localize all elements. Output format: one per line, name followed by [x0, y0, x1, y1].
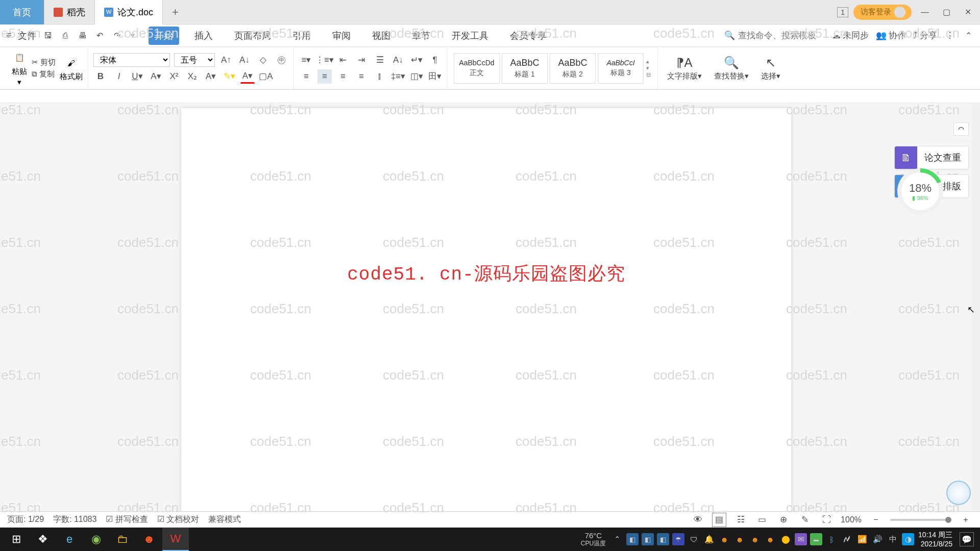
hamburger-icon[interactable]: ≡ [6, 30, 12, 41]
search-input[interactable] [738, 31, 825, 41]
collapse-panel-icon[interactable]: ◠ [953, 122, 969, 136]
styles-gallery[interactable]: AaBbCcDd正文 AaBbC标题 1 AaBbC标题 2 AaBbCcI标题… [453, 53, 652, 84]
grow-font-icon[interactable]: A↑ [219, 53, 233, 67]
word-count[interactable]: 字数: 11083 [53, 514, 96, 525]
ime-indicator[interactable]: 中 [887, 533, 899, 545]
print-layout-icon[interactable]: ▤ [712, 513, 726, 527]
eye-icon[interactable]: 👁 [691, 513, 705, 527]
zoom-out-icon[interactable]: − [869, 513, 883, 527]
char-border-icon[interactable]: ▢A [259, 69, 273, 84]
wifi-icon[interactable]: 📶 [856, 533, 868, 545]
tray-face-3[interactable]: ☻ [749, 533, 761, 545]
print-preview-icon[interactable]: 🖶 [77, 30, 88, 41]
bullets-icon[interactable]: ≡▾ [299, 53, 313, 67]
superscript-icon[interactable]: X² [167, 69, 181, 84]
more-icon[interactable]: ⋮ [944, 30, 955, 41]
align-center-icon[interactable]: ≡ [317, 69, 332, 84]
close-button[interactable]: ✕ [960, 4, 976, 20]
phonetic-icon[interactable]: ㊥ [274, 53, 288, 67]
line-break-icon[interactable]: ↵▾ [409, 53, 424, 67]
share-button[interactable]: ⤴分享 [913, 30, 937, 41]
align-right-icon[interactable]: ≡ [336, 69, 350, 84]
tray-face-4[interactable]: ☻ [764, 533, 776, 545]
bold-icon[interactable]: B [93, 69, 108, 84]
spellcheck-toggle[interactable]: ☑ 拼写检查 [106, 514, 148, 525]
document-page[interactable]: code51. cn-源码乐园盗图必究 [181, 108, 791, 511]
underline-icon[interactable]: U▾ [130, 69, 144, 84]
asian-layout-icon[interactable]: ☰ [373, 53, 387, 67]
styles-more-icon[interactable]: ⊟ [646, 71, 651, 78]
style-h2[interactable]: AaBbC标题 2 [550, 53, 596, 84]
italic-icon[interactable]: I [112, 69, 126, 84]
tray-face-2[interactable]: ☻ [733, 533, 746, 545]
tray-icon-4[interactable]: ☂ [672, 533, 684, 545]
fit-icon[interactable]: ⛶ [819, 513, 834, 527]
maximize-button[interactable]: ▢ [938, 4, 954, 20]
decrease-indent-icon[interactable]: ⇤ [336, 53, 350, 67]
clock[interactable]: 10:14 周三 2021/8/25 [914, 530, 957, 548]
zoom-in-icon[interactable]: + [959, 513, 973, 527]
highlight-icon[interactable]: ✎▾ [222, 69, 236, 84]
numbering-icon[interactable]: ⋮≡▾ [317, 53, 332, 67]
command-search[interactable]: 🔍 [724, 30, 825, 41]
menu-references[interactable]: 引用 [286, 27, 317, 45]
style-body[interactable]: AaBbCcDd正文 [454, 53, 500, 84]
menu-start[interactable]: 开始 [149, 27, 179, 45]
tray-icon-3[interactable]: ◧ [657, 533, 669, 545]
ruler[interactable] [0, 90, 980, 103]
print-quick-icon[interactable]: ⎙ [60, 30, 71, 41]
shrink-font-icon[interactable]: A↓ [237, 53, 252, 67]
tray-bell-icon[interactable]: 🔔 [703, 533, 715, 545]
tray-chat-icon[interactable]: ⬤ [779, 533, 792, 545]
plagiarism-check-button[interactable]: 🗎 论文查重 [894, 146, 969, 169]
tray-mail-icon[interactable]: ✉ [795, 533, 807, 545]
menu-page-layout[interactable]: 页面布局 [228, 27, 277, 45]
format-painter-icon[interactable]: 🖌 [63, 55, 80, 71]
tray-face-1[interactable]: ☻ [718, 533, 730, 545]
text-layout-button[interactable]: ⁋A文字排版▾ [663, 56, 706, 81]
login-button[interactable]: 访客登录 [853, 5, 912, 20]
tab-document[interactable]: 论文.doc [95, 0, 163, 24]
font-color-icon[interactable]: A▾ [240, 69, 255, 84]
progress-widget[interactable]: 18% ▮ 96% [897, 168, 943, 214]
menu-insert[interactable]: 插入 [188, 27, 219, 45]
battery-icon[interactable]: 🗲 [841, 533, 853, 545]
proofread-toggle[interactable]: ☑ 文档校对 [157, 514, 199, 525]
paste-button[interactable]: 粘贴 [12, 67, 27, 77]
outline-icon[interactable]: ☷ [733, 513, 748, 527]
font-size-select[interactable]: 五号 [174, 53, 215, 67]
increase-indent-icon[interactable]: ⇥ [354, 53, 369, 67]
minimize-button[interactable]: — [917, 4, 933, 20]
cut-button[interactable]: ✂剪切 [32, 58, 56, 67]
task-ie[interactable]: e [56, 528, 83, 551]
task-browser[interactable]: ◉ [83, 528, 109, 551]
collab-button[interactable]: 👥协作 [876, 30, 906, 41]
pen-icon[interactable]: ✎ [798, 513, 812, 527]
distribute-icon[interactable]: ⫿ [373, 69, 387, 84]
clear-format-icon[interactable]: ◇ [256, 53, 270, 67]
undo-icon[interactable]: ↶ [94, 30, 106, 41]
volume-icon[interactable]: 🔊 [871, 533, 884, 545]
style-h1[interactable]: AaBbC标题 1 [502, 53, 548, 84]
menu-review[interactable]: 审阅 [326, 27, 357, 45]
paste-icon[interactable]: 📋 [11, 49, 28, 66]
collapse-ribbon-icon[interactable]: ⌃ [963, 30, 974, 41]
justify-icon[interactable]: ≡ [354, 69, 369, 84]
file-menu[interactable]: 文件 [18, 30, 36, 42]
save-icon[interactable]: 🖫 [42, 30, 54, 41]
tab-home[interactable]: 首页 [0, 0, 44, 24]
read-icon[interactable]: ▭ [755, 513, 769, 527]
tab-add[interactable]: + [163, 6, 188, 19]
tray-nvidia-icon[interactable]: ▬ [810, 533, 822, 545]
strike-icon[interactable]: A̵▾ [149, 69, 163, 84]
task-wps[interactable]: W [162, 528, 189, 551]
zoom-level[interactable]: 100% [841, 515, 862, 524]
borders-icon[interactable]: 田▾ [428, 69, 442, 84]
menu-chapter[interactable]: 章节 [406, 27, 436, 45]
tray-extra-icon[interactable]: ◑ [902, 533, 914, 545]
zoom-slider[interactable] [890, 519, 951, 521]
cpu-temp[interactable]: 76°C CPU温度 [576, 532, 611, 547]
shading-icon[interactable]: ◫▾ [409, 69, 424, 84]
text-effect-icon[interactable]: A▾ [204, 69, 218, 84]
assistant-bubble[interactable] [946, 481, 971, 505]
